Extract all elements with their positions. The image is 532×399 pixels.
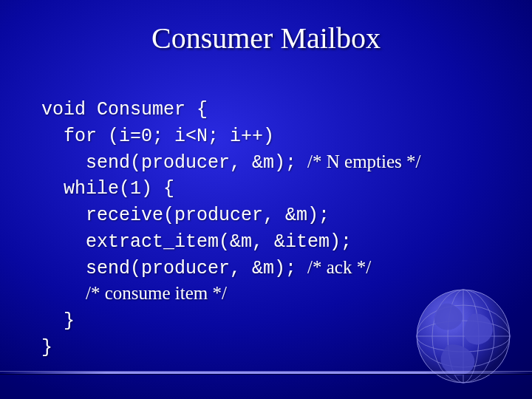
code-line: send(producer, &m); bbox=[41, 258, 307, 279]
globe-icon bbox=[408, 281, 519, 392]
slide: Consumer Mailbox void Consumer { for (i=… bbox=[0, 0, 532, 399]
footer-divider bbox=[0, 372, 532, 374]
code-line: while(1) { bbox=[41, 178, 174, 200]
code-line: receive(producer, &m); bbox=[41, 205, 330, 226]
code-line: void Consumer { bbox=[41, 99, 208, 120]
slide-title: Consumer Mailbox bbox=[0, 21, 532, 55]
code-comment: /* N empties */ bbox=[307, 151, 420, 171]
code-line: extract_item(&m, &item); bbox=[41, 231, 352, 253]
code-line: } bbox=[41, 337, 52, 358]
code-line: } bbox=[41, 310, 75, 332]
code-comment: /* ack */ bbox=[307, 257, 371, 277]
code-comment: /* consume item */ bbox=[86, 283, 227, 303]
code-line bbox=[41, 284, 86, 305]
code-line: for (i=0; i<N; i++) bbox=[41, 126, 274, 147]
code-line: send(producer, &m); bbox=[41, 152, 307, 174]
